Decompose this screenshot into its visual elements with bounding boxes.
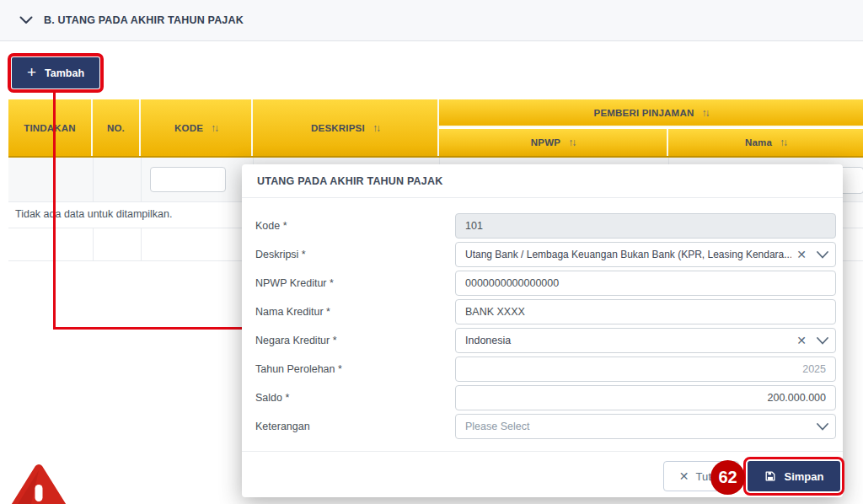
column-header-kode[interactable]: KODE ↑↓ — [141, 99, 253, 156]
modal-header: UTANG PADA AKHIR TAHUN PAJAK — [242, 164, 843, 198]
modal-title: UTANG PADA AKHIR TAHUN PAJAK — [257, 175, 442, 187]
simpan-button-label: Simpan — [785, 470, 824, 483]
saldo-label: Saldo * — [255, 385, 445, 410]
column-divider — [93, 158, 94, 201]
negara-kreditur-value: Indonesia — [465, 335, 791, 346]
annotation-line-vertical — [53, 92, 56, 329]
kode-filter-input[interactable] — [150, 167, 226, 192]
close-icon: ✕ — [679, 469, 689, 483]
chevron-down-icon[interactable] — [19, 16, 33, 24]
tambah-button-label: Tambah — [45, 67, 84, 79]
tambah-button[interactable]: + Tambah — [12, 57, 99, 88]
column-divider — [141, 158, 142, 201]
column-header-tindakan-label: TINDAKAN — [24, 123, 76, 133]
floppy-icon — [764, 470, 776, 482]
table-empty-message: Tidak ada data untuk ditampilkan. — [15, 208, 172, 220]
sort-icon[interactable]: ↑↓ — [211, 122, 217, 134]
npwp-kreditur-label: NPWP Kreditur * — [255, 271, 445, 296]
npwp-kreditur-field[interactable] — [455, 271, 836, 296]
column-header-nama-label: Nama — [745, 137, 772, 147]
sort-icon[interactable]: ↑↓ — [373, 122, 379, 134]
clear-icon[interactable]: ✕ — [796, 334, 807, 347]
column-header-nama[interactable]: Nama ↑↓ — [668, 129, 863, 156]
chevron-down-icon[interactable] — [817, 251, 828, 259]
column-header-npwp-label: NPWP — [531, 137, 560, 147]
column-divider — [93, 228, 94, 260]
nama-kreditur-label: Nama Kreditur * — [255, 299, 445, 324]
column-header-no: NO. — [93, 99, 141, 156]
column-header-no-label: NO. — [107, 123, 125, 133]
annotation-line-horizontal — [53, 327, 245, 330]
chevron-down-icon[interactable] — [817, 337, 828, 345]
column-header-deskripsi[interactable]: DESKRIPSI ↑↓ — [253, 99, 439, 156]
deskripsi-label: Deskripsi * — [255, 242, 445, 267]
plus-icon: + — [27, 64, 36, 80]
table-header: TINDAKAN NO. KODE ↑↓ DESKRIPSI ↑↓ PEMBER… — [8, 99, 863, 158]
tahun-perolehan-label: Tahun Perolehan * — [255, 357, 445, 382]
keterangan-placeholder: Please Select — [465, 421, 812, 432]
column-header-pemberi-pinjaman[interactable]: PEMBERI PINJAMAN ↑↓ — [439, 99, 863, 127]
negara-kreditur-label: Negara Kreditur * — [255, 328, 445, 353]
saldo-field[interactable] — [455, 385, 836, 410]
kode-label: Kode * — [255, 213, 445, 239]
modal-footer-divider — [242, 451, 843, 452]
clear-icon[interactable]: ✕ — [796, 248, 807, 261]
column-header-tindakan: TINDAKAN — [8, 99, 93, 156]
column-divider — [141, 228, 142, 260]
utang-modal: UTANG PADA AKHIR TAHUN PAJAK Kode * Desk… — [242, 164, 843, 497]
sort-icon[interactable]: ↑↓ — [780, 137, 786, 148]
warning-icon — [3, 463, 74, 504]
column-header-kode-label: KODE — [174, 123, 203, 133]
sort-icon[interactable]: ↑↓ — [701, 107, 708, 119]
chevron-down-icon[interactable] — [817, 423, 828, 431]
kode-field — [455, 213, 836, 239]
section-header-utang[interactable]: B. UTANG PADA AKHIR TAHUN PAJAK — [0, 0, 863, 41]
section-title: B. UTANG PADA AKHIR TAHUN PAJAK — [44, 14, 244, 26]
simpan-button[interactable]: Simpan — [748, 461, 840, 491]
column-header-npwp[interactable]: NPWP ↑↓ — [439, 129, 668, 156]
column-header-deskripsi-label: DESKRIPSI — [311, 123, 365, 133]
negara-kreditur-select[interactable]: Indonesia ✕ — [455, 328, 836, 353]
keterangan-select[interactable]: Please Select — [455, 414, 836, 439]
deskripsi-value: Utang Bank / Lembaga Keuangan Bukan Bank… — [465, 249, 791, 260]
tahun-perolehan-field — [455, 357, 836, 382]
step-badge: 62 — [710, 460, 745, 495]
nama-kreditur-field[interactable] — [455, 299, 836, 324]
deskripsi-select[interactable]: Utang Bank / Lembaga Keuangan Bukan Bank… — [455, 242, 836, 267]
keterangan-label: Keterangan — [255, 414, 445, 439]
sort-icon[interactable]: ↑↓ — [568, 137, 575, 148]
column-header-pemberi-pinjaman-label: PEMBERI PINJAMAN — [594, 108, 694, 118]
